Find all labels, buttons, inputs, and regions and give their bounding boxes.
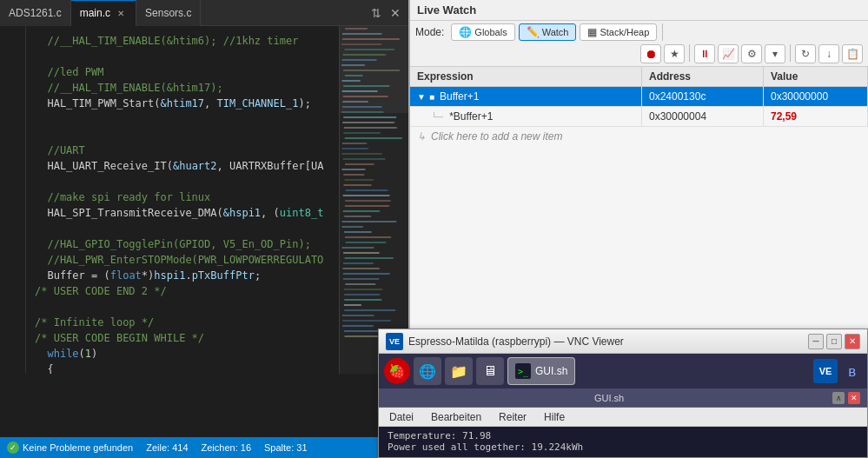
gui-sh-titlebar: GUI.sh ∧ ✕ <box>379 388 867 408</box>
gui-sh-icon: >_ <box>515 363 531 379</box>
tab-actions: ⇅ ✕ <box>368 4 408 22</box>
gui-sh-close[interactable]: ✕ <box>848 392 860 404</box>
watch-row-ptr-buffer1[interactable]: └─ *Buffer+1 0x30000004 72,59 <box>410 107 868 127</box>
status-ok: ✓ Keine Probleme gefunden <box>7 441 133 454</box>
tab-action-split[interactable]: ⇅ <box>368 4 385 22</box>
raspberry-btn[interactable]: 🍓 <box>384 358 410 384</box>
dropdown-btn[interactable]: ▾ <box>765 44 785 63</box>
settings-btn[interactable]: ⚙ <box>741 44 762 63</box>
minimap <box>339 26 408 374</box>
vnc-titlebar: VE Espresso-Matilda (raspberrypi) — VNC … <box>379 329 867 354</box>
vnc-title-text: Espresso-Matilda (raspberrypi) — VNC Vie… <box>408 335 803 348</box>
live-watch-panel: Live Watch Mode: 🌐 Globals ✏️ Watch ▦ St… <box>408 0 868 374</box>
vnc-logo-text: VE <box>389 337 400 346</box>
vnc-close-btn[interactable]: ✕ <box>845 334 860 349</box>
watch-label: Watch <box>542 27 569 37</box>
expr-buffer1: ▼ ■ Buffer+1 <box>410 87 642 106</box>
tab-action-more[interactable]: ✕ <box>387 4 404 22</box>
vnc-window: VE Espresso-Matilda (raspberrypi) — VNC … <box>378 329 868 458</box>
toolbar-right: ⏺ ★ ⏸ 📈 ⚙ ▾ ↻ ↓ 📋 <box>640 44 863 63</box>
tab-ads1261[interactable]: ADS1261.c <box>0 0 71 26</box>
gui-sh-window-title: GUI.sh <box>386 393 832 403</box>
vnc-logo: VE <box>386 333 403 350</box>
tab-bar: ADS1261.c main.c ✕ Sensors.c ⇅ ✕ <box>0 0 408 26</box>
mode-label: Mode: <box>415 26 444 38</box>
gui-sh-minimize[interactable]: ∧ <box>832 392 845 404</box>
raspberry-icon: 🍓 <box>388 363 406 380</box>
vnc-taskbar: 🍓 🌐 📁 🖥 >_ GUI.sh VE ʙ <box>379 354 867 388</box>
watch-table-header: Expression Address Value <box>410 67 868 87</box>
browser-btn[interactable]: 🌐 <box>414 357 441 385</box>
watch-icon: ✏️ <box>527 26 540 38</box>
vnc-line-2: Power used all together: 19.224kWh <box>388 441 858 453</box>
status-no-problems: Keine Probleme gefunden <box>23 442 133 453</box>
val-ptr-buffer1: 72,59 <box>764 107 868 126</box>
gui-sh-task-btn[interactable]: >_ GUI.sh <box>507 357 575 385</box>
editor-area: ADS1261.c main.c ✕ Sensors.c ⇅ ✕ //__HAL… <box>0 0 408 374</box>
menu-reiter[interactable]: Reiter <box>495 409 530 425</box>
folder-btn[interactable]: 📁 <box>445 357 473 385</box>
col-address: Address <box>642 67 764 86</box>
status-chars: Zeichen: 16 <box>202 442 251 453</box>
vnc-maximize-btn[interactable]: □ <box>826 334 842 349</box>
col-expression: Expression <box>410 67 642 86</box>
tab-sensors-label: Sensors.c <box>145 7 191 19</box>
watch-row-buffer1[interactable]: ▼ ■ Buffer+1 0x2400130c 0x30000000 <box>410 87 868 107</box>
menu-datei[interactable]: Datei <box>386 409 417 425</box>
tab-ads1261-label: ADS1261.c <box>9 7 62 19</box>
toolbar-sep2 <box>689 44 690 62</box>
stack-heap-icon: ▦ <box>587 26 597 38</box>
col-value: Value <box>764 67 868 86</box>
add-item-text: Click here to add a new item <box>431 130 562 143</box>
add-item-row[interactable]: Click here to add a new item <box>410 127 868 146</box>
live-watch-header: Live Watch <box>410 0 868 21</box>
val-buffer1: 0x30000000 <box>764 87 868 106</box>
vnc-logo-right-text: VE <box>819 366 832 376</box>
browser-icon: 🌐 <box>419 363 436 380</box>
minimap-canvas <box>340 26 408 374</box>
globals-btn[interactable]: 🌐 Globals <box>451 23 514 41</box>
toolbar-sep3 <box>790 44 791 62</box>
pause-btn[interactable]: ⏸ <box>694 44 715 63</box>
line-numbers <box>0 26 26 374</box>
stop-btn[interactable]: ⏺ <box>640 44 661 63</box>
bluetooth-icon[interactable]: ʙ <box>841 361 862 382</box>
refresh-btn[interactable]: ↻ <box>795 44 816 63</box>
addr-buffer1: 0x2400130c <box>642 87 764 106</box>
live-watch-toolbar: Mode: 🌐 Globals ✏️ Watch ▦ Stack/Heap ⏺ … <box>410 21 868 67</box>
download-btn[interactable]: ↓ <box>818 44 839 63</box>
globals-icon: 🌐 <box>459 26 472 38</box>
tab-main[interactable]: main.c ✕ <box>71 0 136 26</box>
terminal-icon: 🖥 <box>483 363 497 379</box>
tab-main-close[interactable]: ✕ <box>115 7 127 19</box>
folder-icon: 📁 <box>450 363 467 380</box>
vnc-menubar: Datei Bearbeiten Reiter Hilfe <box>379 408 867 427</box>
expr-ptr-buffer1-text: *Buffer+1 <box>449 110 493 123</box>
addr-ptr-buffer1: 0x30000004 <box>642 107 764 126</box>
gui-sh-label: GUI.sh <box>535 365 567 377</box>
vnc-line-1: Temperature: 71.98 <box>388 430 858 441</box>
expr-buffer1-text: Buffer+1 <box>440 90 479 103</box>
vnc-logo-right: VE <box>813 359 838 383</box>
live-watch-title: Live Watch <box>417 3 476 17</box>
child-indent: └─ <box>431 112 443 122</box>
vnc-window-controls: ─ □ ✕ <box>808 334 860 349</box>
chart-btn[interactable]: 📈 <box>718 44 739 63</box>
expand-icon-buffer1[interactable]: ▼ <box>417 92 426 102</box>
menu-bearbeiten[interactable]: Bearbeiten <box>427 409 485 425</box>
status-line: Zeile: 414 <box>146 442 188 453</box>
terminal-btn[interactable]: 🖥 <box>476 357 504 385</box>
status-check-icon: ✓ <box>7 441 19 454</box>
globals-label: Globals <box>474 27 507 37</box>
vnc-terminal-content: Temperature: 71.98 Power used all togeth… <box>379 427 867 457</box>
stack-heap-btn[interactable]: ▦ Stack/Heap <box>580 23 657 41</box>
stack-heap-label: Stack/Heap <box>600 27 649 37</box>
copy-btn[interactable]: 📋 <box>842 44 863 63</box>
menu-hilfe[interactable]: Hilfe <box>540 409 568 425</box>
tab-main-label: main.c <box>80 7 110 19</box>
star-btn[interactable]: ★ <box>664 44 685 63</box>
watch-btn[interactable]: ✏️ Watch <box>519 23 577 41</box>
type-icon-buffer1: ■ <box>429 92 434 102</box>
vnc-minimize-btn[interactable]: ─ <box>808 334 824 349</box>
tab-sensors[interactable]: Sensors.c <box>136 0 201 26</box>
